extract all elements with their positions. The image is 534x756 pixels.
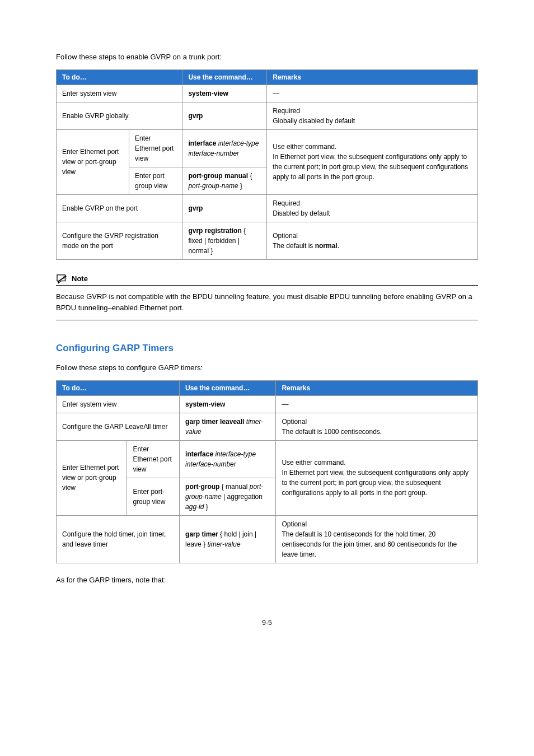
cell-text: normal bbox=[315, 242, 338, 250]
cmd-text: garp timer leaveall bbox=[185, 418, 246, 426]
cell: Configure the GVRP registration mode on … bbox=[57, 222, 182, 259]
intro-text-1: Follow these steps to enable GVRP on a t… bbox=[56, 52, 478, 63]
cell: system-view bbox=[180, 395, 276, 413]
cell-text: Optional bbox=[282, 418, 307, 426]
cell: Required Disabled by default bbox=[267, 194, 478, 222]
cell-text: Use either command. bbox=[282, 459, 345, 466]
cell-text: The default is 1000 centiseconds. bbox=[282, 428, 382, 436]
cell-text: Optional bbox=[282, 520, 307, 528]
cell: port-group manual { port-group-name } bbox=[182, 167, 267, 194]
cmd-text: gvrp bbox=[188, 112, 203, 120]
cell-text: Use either command. bbox=[273, 143, 336, 151]
cmd-text: { manual bbox=[222, 483, 250, 491]
table-row: Enter system view system-view — bbox=[57, 395, 478, 413]
section-heading: Configuring GARP Timers bbox=[56, 343, 478, 354]
cmd-text: system-view bbox=[185, 400, 225, 408]
cmd-text: gvrp registration bbox=[188, 227, 243, 235]
table-row: Enable GVRP globally gvrp Required Globa… bbox=[57, 102, 478, 129]
cell: gvrp registration { fixed | forbidden | … bbox=[182, 222, 267, 259]
cell: port-group { manual port-group-name | ag… bbox=[180, 478, 276, 515]
cell-text: Required bbox=[273, 107, 300, 115]
cell: Optional The default is 10 centiseconds … bbox=[276, 515, 478, 563]
cell: Configure the hold timer, join timer, an… bbox=[57, 515, 180, 563]
cell: Use either command. In Ethernet port vie… bbox=[267, 129, 478, 194]
arg-text: agg-id bbox=[185, 503, 204, 511]
cell-text: Optional bbox=[273, 232, 298, 240]
cell: Enter system view bbox=[57, 85, 182, 102]
table-row: Configure the GVRP registration mode on … bbox=[57, 222, 478, 259]
note-label: Note bbox=[72, 274, 88, 283]
cell: Enter port group view bbox=[129, 167, 182, 194]
note-text: Because GVRP is not compatible with the … bbox=[56, 291, 478, 315]
cmd-text: gvrp bbox=[188, 204, 203, 212]
cell: Enter Ethernet port view or port-group v… bbox=[57, 129, 129, 194]
cell: Use either command. In Ethernet port vie… bbox=[276, 440, 478, 515]
note-block: Note Because GVRP is not compatible with… bbox=[56, 274, 478, 321]
table-row: Configure the GARP LeaveAll timer garp t… bbox=[57, 413, 478, 440]
cell: Required Globally disabled by default bbox=[267, 102, 478, 129]
cmd-text: | aggregation bbox=[222, 493, 263, 501]
cell-text: The default is bbox=[273, 242, 315, 250]
cmd-text: garp timer bbox=[185, 530, 220, 538]
cell: Configure the GARP LeaveAll timer bbox=[57, 413, 180, 440]
cmd-text: port-group manual bbox=[188, 172, 250, 180]
cell-text: . bbox=[338, 242, 339, 250]
cell: garp timer leaveall timer-value bbox=[180, 413, 276, 440]
cmd-text: port-group bbox=[185, 483, 222, 491]
cmd-text: system-view bbox=[188, 90, 228, 97]
gvrp-config-table: To do… Use the command… Remarks Enter sy… bbox=[56, 69, 478, 260]
t1-header-todo: To do… bbox=[57, 69, 182, 85]
cell-text: In Ethernet port view, the subsequent co… bbox=[273, 153, 468, 181]
cell: gvrp bbox=[182, 194, 267, 222]
t1-header-cmd: Use the command… bbox=[182, 69, 267, 85]
cell: Enable GVRP on the port bbox=[57, 194, 182, 222]
cell: Enter Ethernet port view or port-group v… bbox=[57, 440, 127, 515]
cell: Enter Ethernet port view bbox=[129, 129, 182, 167]
cell: system-view bbox=[182, 85, 267, 102]
note-icon bbox=[56, 274, 68, 284]
cell: Enter system view bbox=[57, 395, 180, 413]
cmd-text: } bbox=[204, 503, 208, 511]
t2-header-remarks: Remarks bbox=[276, 380, 478, 395]
cell: gvrp bbox=[182, 102, 267, 129]
table-row: Configure the hold timer, join timer, an… bbox=[57, 515, 478, 563]
arg-text: timer-value bbox=[207, 540, 240, 548]
intro-text-2: Follow these steps to configure GARP tim… bbox=[56, 362, 478, 374]
t1-header-remarks: Remarks bbox=[267, 69, 478, 85]
cell: Optional The default is 1000 centisecond… bbox=[276, 413, 478, 440]
cell: Enter port-group view bbox=[127, 478, 180, 515]
cell: interface interface-type interface-numbe… bbox=[180, 440, 276, 478]
t2-header-todo: To do… bbox=[57, 380, 180, 395]
cell-text: The default is 10 centiseconds for the h… bbox=[282, 530, 457, 558]
cell: Optional The default is normal. bbox=[267, 222, 478, 259]
garp-timers-table: To do… Use the command… Remarks Enter sy… bbox=[56, 380, 478, 563]
table-row: Enter Ethernet port view or port-group v… bbox=[57, 440, 478, 478]
page-number: 9-5 bbox=[56, 619, 478, 627]
cell: — bbox=[276, 395, 478, 413]
table-row: Enter system view system-view — bbox=[57, 85, 478, 102]
cell-text: Globally disabled by default bbox=[273, 117, 355, 125]
cell: garp timer { hold | join | leave } timer… bbox=[180, 515, 276, 563]
closing-text: As for the GARP timers, note that: bbox=[56, 575, 478, 586]
cell: interface interface-type interface-numbe… bbox=[182, 129, 267, 167]
cell-text: Disabled by default bbox=[273, 209, 330, 217]
arg-text: port-group-name bbox=[188, 182, 238, 190]
cell: Enable GVRP globally bbox=[57, 102, 182, 129]
cell-text: In Ethernet port view, the subsequent co… bbox=[282, 469, 469, 497]
cmd-text: interface bbox=[188, 139, 218, 147]
t2-header-cmd: Use the command… bbox=[180, 380, 276, 395]
table-row: Enable GVRP on the port gvrp Required Di… bbox=[57, 194, 478, 222]
table-row: Enter Ethernet port view or port-group v… bbox=[57, 129, 478, 167]
cell: Enter Ethernet port view bbox=[127, 440, 180, 478]
cell: — bbox=[267, 85, 478, 102]
cmd-text: interface bbox=[185, 450, 215, 458]
cell-text: Required bbox=[273, 199, 300, 207]
